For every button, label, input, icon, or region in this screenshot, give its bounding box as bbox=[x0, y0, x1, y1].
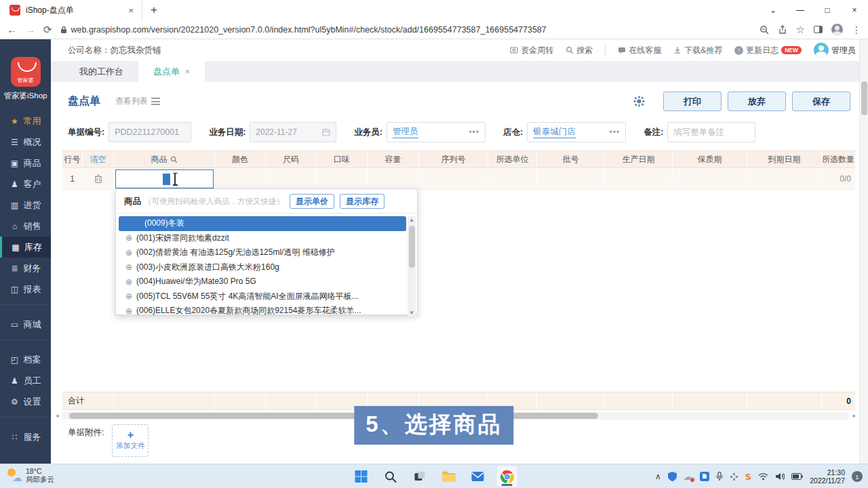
show-stock-button[interactable]: 显示库存 bbox=[340, 194, 384, 209]
graspishop-logo[interactable]: 管家婆 bbox=[11, 57, 41, 87]
tray-expand-icon[interactable]: ∧ bbox=[655, 472, 661, 481]
row-delete-cell[interactable] bbox=[83, 168, 114, 190]
browser-profile-avatar[interactable] bbox=[831, 24, 843, 35]
cash-flow-link[interactable]: 资金周转 bbox=[510, 45, 553, 56]
sublime-icon[interactable]: S bbox=[745, 472, 751, 482]
url-field[interactable]: web.graspishop.com/version/20221020_vers… bbox=[60, 25, 751, 35]
blue-app-icon[interactable] bbox=[700, 472, 709, 481]
product-option[interactable]: ⊕(006)ELLE女包2020春夏新款商场同款92154菱形车花柔软羊... bbox=[119, 304, 406, 319]
col-clear-link[interactable]: 清空 bbox=[83, 150, 114, 168]
store-field[interactable]: 银泰城门店 ••• bbox=[527, 122, 626, 142]
sidebar-item-staff[interactable]: ♟员工 bbox=[0, 370, 51, 391]
settings-gear-icon[interactable] bbox=[633, 96, 645, 107]
download-recommend-link[interactable]: 下载&推荐 bbox=[673, 45, 722, 56]
sidebar-item-mall[interactable]: ▭商城 bbox=[0, 314, 51, 335]
save-button[interactable]: 保存 bbox=[792, 92, 850, 111]
remote-tool-icon[interactable] bbox=[730, 472, 738, 481]
scroll-down-icon[interactable]: ▼ bbox=[408, 310, 416, 316]
product-option[interactable]: ⊕(005)TCL 55V6M 55英寸 4K高清智能AI全面屏液晶网络平板..… bbox=[119, 289, 406, 304]
volume-icon[interactable] bbox=[775, 472, 785, 481]
product-option[interactable]: ⊕(002)倩碧黄油 有油选125g/无油选125ml/透明 维稳修护 bbox=[119, 245, 406, 260]
changelog-link[interactable]: ↑ 更新日志 NEW bbox=[734, 45, 802, 56]
browser-tab[interactable]: iShop-盘点单 × bbox=[0, 0, 142, 20]
product-option[interactable]: ⊕(001)宋妍霏同款地素dzzit bbox=[119, 231, 406, 246]
trash-icon[interactable] bbox=[94, 174, 102, 183]
sidebar-item-goods[interactable]: ▣商品 bbox=[0, 152, 51, 174]
wifi-icon[interactable] bbox=[758, 473, 768, 481]
notification-badge[interactable]: 1 bbox=[852, 471, 863, 482]
taskbar-search-icon[interactable] bbox=[380, 466, 401, 487]
remark-input[interactable] bbox=[667, 122, 755, 142]
product-option[interactable]: ⊕(003)小皮欧洲原装进口高铁大米粉160g bbox=[119, 260, 406, 275]
vertical-scrollbar[interactable] bbox=[859, 39, 868, 464]
tab-stocktake[interactable]: 盘点单 × bbox=[138, 61, 205, 82]
sidebar-item-archive[interactable]: ◰档案 bbox=[0, 349, 51, 370]
vertical-scroll-thumb[interactable] bbox=[861, 81, 867, 115]
refresh-icon[interactable]: ⟳ bbox=[43, 24, 52, 36]
dropdown-scrollbar[interactable]: ▲ ▼ bbox=[408, 216, 416, 317]
sidebar-item-settings[interactable]: ⚙设置 bbox=[0, 391, 51, 412]
print-button[interactable]: 打印 bbox=[663, 92, 722, 111]
forward-icon[interactable]: → bbox=[25, 24, 35, 35]
battery-icon[interactable] bbox=[791, 473, 803, 480]
horizontal-scroll-thumb[interactable] bbox=[69, 413, 598, 419]
sidebar-item-customer[interactable]: ♟客户 bbox=[0, 174, 51, 195]
window-maximize-button[interactable]: □ bbox=[814, 5, 841, 15]
discard-button[interactable]: 放弃 bbox=[728, 92, 786, 111]
sidebar-item-overview[interactable]: ☰概况 bbox=[0, 131, 51, 152]
window-close-button[interactable]: × bbox=[841, 5, 868, 15]
sidebar-item-sales[interactable]: ⌂销售 bbox=[0, 216, 51, 237]
expand-plus-icon[interactable]: ⊕ bbox=[125, 233, 132, 243]
view-list-link[interactable]: 查看列表 bbox=[115, 96, 160, 107]
defender-shield-icon[interactable] bbox=[668, 472, 677, 481]
store-more-icon[interactable]: ••• bbox=[610, 127, 620, 137]
cloud-sync-icon[interactable]: ☁ bbox=[684, 471, 693, 482]
zoom-icon[interactable] bbox=[760, 25, 769, 35]
tab-close-icon[interactable]: × bbox=[185, 67, 190, 77]
sidebar-item-service[interactable]: ∷服务 bbox=[0, 426, 51, 447]
scroll-left-icon[interactable]: ◂ bbox=[56, 412, 59, 420]
clerk-value-link[interactable]: 管理员 bbox=[393, 126, 418, 138]
add-file-button[interactable]: + 添加文件 bbox=[112, 424, 149, 457]
header-search-link[interactable]: 搜索 bbox=[566, 45, 593, 56]
sidebar-item-purchase[interactable]: ▥进货 bbox=[0, 195, 51, 216]
share-icon[interactable] bbox=[778, 25, 787, 35]
clerk-more-icon[interactable]: ••• bbox=[469, 127, 479, 137]
store-value-link[interactable]: 银泰城门店 bbox=[533, 126, 576, 138]
product-input[interactable] bbox=[115, 169, 214, 188]
expand-plus-icon[interactable]: ⊕ bbox=[125, 262, 132, 272]
sidebar-item-finance[interactable]: ≣财务 bbox=[0, 258, 51, 279]
chrome-icon[interactable] bbox=[497, 466, 517, 487]
show-price-button[interactable]: 显示单价 bbox=[290, 194, 334, 209]
tab-close-icon[interactable]: × bbox=[127, 5, 135, 16]
chevron-down-icon[interactable]: ⌄ bbox=[760, 5, 787, 15]
mail-icon[interactable] bbox=[468, 466, 488, 487]
product-option-selected[interactable]: (0009)冬装 bbox=[119, 216, 406, 231]
product-option[interactable]: ⊕(004)Huawei/华为Mate30 Pro 5G bbox=[119, 274, 406, 289]
expand-plus-icon[interactable]: ⊕ bbox=[125, 291, 132, 301]
scroll-up-icon[interactable]: ▲ bbox=[408, 217, 416, 223]
scroll-right-icon[interactable]: ▸ bbox=[852, 412, 856, 420]
date-field[interactable]: 2022-11-27 bbox=[250, 122, 336, 142]
new-tab-button[interactable]: + bbox=[151, 3, 157, 17]
expand-plus-icon[interactable]: ⊕ bbox=[125, 306, 132, 316]
sidebar-item-inventory[interactable]: ▦库存 bbox=[0, 237, 51, 258]
browser-menu-icon[interactable]: ⋮ bbox=[852, 24, 861, 35]
start-button[interactable] bbox=[351, 466, 372, 487]
microphone-icon[interactable] bbox=[716, 472, 723, 481]
expand-plus-icon[interactable]: ⊕ bbox=[125, 277, 132, 287]
expand-plus-icon[interactable]: ⊕ bbox=[125, 248, 132, 258]
file-explorer-icon[interactable] bbox=[439, 466, 459, 487]
sidebar-item-frequent[interactable]: ★常用 bbox=[0, 110, 51, 131]
window-minimize-button[interactable]: — bbox=[787, 5, 814, 15]
doc-no-field[interactable] bbox=[108, 122, 191, 142]
clerk-field[interactable]: 管理员 ••• bbox=[387, 122, 486, 142]
sidebar-item-report[interactable]: ◫报表 bbox=[0, 279, 51, 300]
back-icon[interactable]: ← bbox=[7, 24, 17, 35]
dropdown-scroll-thumb[interactable] bbox=[409, 226, 415, 268]
taskbar-clock[interactable]: 21:30 2022/11/27 bbox=[810, 468, 845, 485]
task-view-icon[interactable] bbox=[410, 466, 430, 487]
weather-widget[interactable]: ☁ 18°C 局部多云 bbox=[7, 467, 54, 483]
user-menu[interactable]: 管理员 bbox=[814, 43, 856, 58]
online-support-link[interactable]: 在线客服 bbox=[618, 45, 661, 56]
